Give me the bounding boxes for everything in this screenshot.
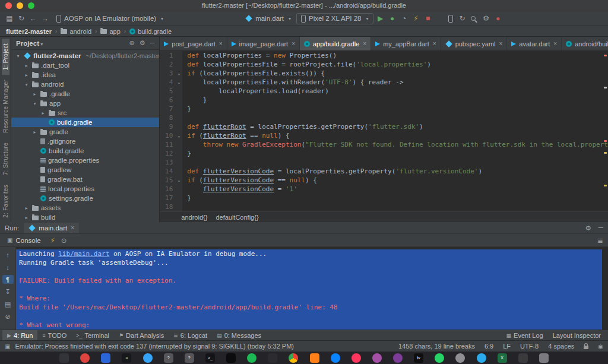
clear-console-icon[interactable]: ⊘ (2, 312, 14, 321)
dock-app-icon[interactable] (372, 353, 382, 363)
expand-arrow-icon[interactable]: ▸ (23, 72, 30, 78)
tool-stripe-1-project[interactable]: 1: Project (2, 39, 10, 75)
tree-item-flutter2-master[interactable]: ▾flutter2-master ~/Desktop/flutter2-mast… (11, 51, 159, 61)
tool-stripe-7-structure[interactable]: 7: Structure (2, 138, 10, 180)
toolwindow-button-4-run[interactable]: ▶4: Run (2, 330, 37, 340)
toolwindow-button-6-logcat[interactable]: ≣6: Logcat (169, 330, 212, 340)
breadcrumb-item-android[interactable]: android (61, 28, 91, 35)
unknown-app-icon[interactable]: ? (164, 353, 173, 363)
hide-panel-icon[interactable]: ─ (150, 39, 155, 47)
tree-item-gradlew[interactable]: gradlew (11, 165, 159, 175)
expand-arrow-icon[interactable]: ▸ (31, 91, 38, 97)
dock-app-icon[interactable] (455, 353, 465, 363)
forward-icon[interactable]: → (39, 13, 51, 24)
editor-tab-pubspec-yaml[interactable]: pubspec.yaml× (441, 37, 508, 50)
fold-marker-icon[interactable]: ⌄ (175, 176, 182, 185)
tool-window-toggle-icon[interactable]: ▣ (5, 343, 10, 350)
debug-icon[interactable]: ● (387, 13, 398, 24)
editor-tab-my-appbar-dart[interactable]: my_appBar.dart× (371, 37, 441, 50)
status-item[interactable]: UTF-8 (520, 343, 539, 350)
lock-icon[interactable] (584, 346, 588, 349)
console-link[interactable]: lib/main.dart (58, 250, 109, 258)
tree-item-build-gradle[interactable]: build.gradle (11, 118, 159, 127)
sync-gradle-icon[interactable]: ↻ (457, 13, 468, 24)
collapse-arrow-icon[interactable]: ▾ (23, 82, 30, 87)
editor-tab-android-build-g[interactable]: android/build.g× (562, 37, 608, 50)
dock-app-icon[interactable] (226, 353, 236, 363)
safari-icon[interactable] (143, 353, 153, 363)
breadcrumb-android[interactable]: android{} (181, 214, 207, 221)
tree-item-app[interactable]: ▾app (11, 99, 159, 108)
target-device-selector[interactable]: Pixel 2 XL API 28 (296, 13, 373, 24)
tree-item-dart-tool[interactable]: ▸.dart_tool (11, 61, 159, 70)
tree-item-gradle[interactable]: ▸.gradle (11, 89, 159, 99)
tree-item-src[interactable]: ▸src (11, 108, 159, 118)
fold-marker-icon[interactable]: ⌄ (175, 78, 182, 87)
trash-icon[interactable] (539, 353, 549, 363)
fold-marker-icon[interactable]: ⌄ (175, 131, 182, 140)
run-tab-main-dart[interactable]: main.dart × (24, 223, 79, 233)
panel-settings-icon[interactable]: ⚙ (140, 39, 145, 47)
editor-tab-app-build-gradle[interactable]: app/build.gradle× (300, 37, 371, 50)
toolwindow-button-todo[interactable]: ≡TODO (37, 330, 71, 340)
tree-item-build[interactable]: ▸build (11, 213, 159, 222)
spotify-icon[interactable] (247, 353, 256, 363)
print-icon[interactable]: ▤ (2, 300, 14, 309)
dock-app-icon[interactable] (80, 353, 90, 363)
close-tab-icon[interactable]: × (433, 40, 436, 47)
close-button[interactable] (5, 2, 12, 9)
expand-arrow-icon[interactable]: ▸ (23, 205, 30, 211)
code-area[interactable]: 1def localProperties = new Properties()2… (160, 51, 608, 211)
dock-app-icon[interactable] (101, 353, 110, 363)
search-everywhere-icon[interactable] (468, 13, 480, 24)
status-item[interactable]: LF (503, 343, 511, 350)
screen-record-icon[interactable]: ● (492, 13, 504, 24)
fold-marker-icon[interactable]: ⌄ (175, 69, 182, 78)
hot-restart-icon[interactable]: ⊙ (61, 236, 67, 245)
run-config-selector[interactable]: main.dart (241, 14, 295, 23)
tool-stripe-resource-manager[interactable]: Resource Manager (2, 75, 10, 138)
close-tab-icon[interactable]: × (292, 40, 295, 47)
tree-item-gradle[interactable]: ▸gradle (11, 127, 159, 137)
close-tab-icon[interactable]: × (363, 40, 366, 47)
editor-tab-post-page-dart[interactable]: post_page.dart× (160, 37, 227, 50)
notification-icon[interactable]: ◉ (598, 343, 603, 350)
device-selector[interactable]: AOSP on IA Emulator (mobile) (52, 14, 167, 23)
apple-tv-icon[interactable]: tv (414, 353, 423, 363)
vlc-icon[interactable] (310, 353, 319, 363)
close-tab-icon[interactable]: × (219, 40, 223, 47)
profile-icon[interactable]: ◔ (398, 13, 410, 24)
soft-wrap-icon[interactable]: ¶ (2, 275, 14, 284)
dock-app-icon[interactable] (352, 353, 361, 363)
console-tab[interactable]: ▣ Console (5, 237, 43, 244)
save-all-icon[interactable]: ▤ (4, 13, 15, 24)
whatsapp-icon[interactable] (435, 353, 444, 363)
locate-icon[interactable]: ⊕ (129, 39, 134, 47)
dock-app-icon[interactable] (268, 353, 277, 363)
chrome-icon[interactable] (289, 353, 298, 363)
minimize-icon[interactable]: ─ (598, 224, 603, 232)
toolwindow-button-layout-inspector[interactable]: Layout Inspector (548, 330, 606, 340)
tree-item-assets[interactable]: ▸assets (11, 203, 159, 213)
close-tab-icon[interactable]: × (553, 40, 557, 47)
editor-tab-avatar-dart[interactable]: avatar.dart× (507, 37, 562, 50)
tree-item-android[interactable]: ▾android (11, 80, 159, 89)
tree-item-gradle-properties[interactable]: gradle.properties (11, 156, 159, 165)
zoom-button[interactable] (28, 2, 34, 9)
breadcrumb-defaultconfig[interactable]: defaultConfig{} (216, 214, 258, 221)
collapse-arrow-icon[interactable]: ▾ (15, 53, 21, 59)
hot-reload-icon[interactable]: ⚡ (50, 236, 55, 245)
devtools-icon[interactable]: ⚡ (410, 13, 422, 24)
tree-item-local-properties[interactable]: local.properties (11, 184, 159, 194)
expand-arrow-icon[interactable]: ▸ (23, 63, 30, 68)
toolwindow-button-event-log[interactable]: ▦Event Log (502, 330, 548, 340)
expand-arrow-icon[interactable]: ▸ (23, 215, 30, 220)
collapse-arrow-icon[interactable]: ▾ (31, 101, 38, 106)
minimize-button[interactable] (17, 2, 23, 9)
tree-item-build-gradle[interactable]: build.gradle (11, 146, 159, 156)
run-settings-icon[interactable]: ⚙ (585, 224, 591, 232)
status-item[interactable]: 1458 chars, 19 line breaks (398, 343, 475, 350)
dock-app-icon[interactable] (393, 353, 403, 363)
scroll-end-icon[interactable]: ↧ (2, 287, 14, 296)
project-panel-title[interactable]: Project (16, 40, 43, 47)
